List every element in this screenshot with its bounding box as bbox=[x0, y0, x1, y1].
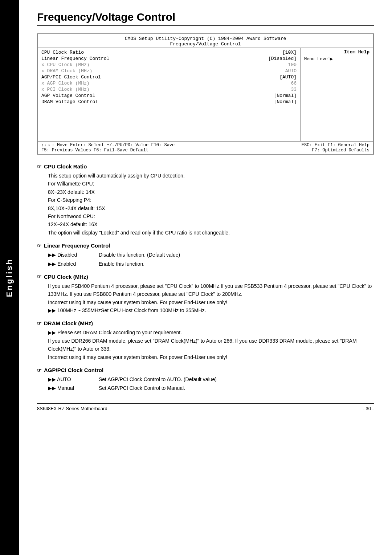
page-footer: 8S648FX-RZ Series Motherboard - 30 - bbox=[37, 403, 374, 411]
footer-left: 8S648FX-RZ Series Motherboard bbox=[37, 406, 107, 411]
bios-body: CPU Clock Ratio[10X]Linear Frequency Con… bbox=[38, 48, 373, 141]
section-body-linear-frequency-control: ▶▶ DisabledDisable this function. (Defau… bbox=[37, 251, 374, 268]
bios-menu-level: Menu Level▶ bbox=[304, 56, 369, 62]
bios-row: x PCI Clock (MHz)33 bbox=[41, 86, 297, 93]
option-key: ▶▶ 100MHz ~ 355MHz bbox=[48, 306, 101, 314]
section-linear-frequency-control: ☞Linear Frequency Control▶▶ DisabledDisa… bbox=[37, 242, 374, 268]
section-title-cpu-clock-mhz: ☞CPU Clock (MHz) bbox=[37, 274, 374, 280]
section-icon-cpu-clock-mhz: ☞ bbox=[37, 274, 42, 279]
bios-row-label: x DRAM Clock (MHz) bbox=[41, 68, 92, 74]
option-key: ▶▶ Enabled bbox=[48, 260, 99, 268]
bios-row-label: Linear Frequency Control bbox=[41, 56, 109, 61]
bios-footer: ↑↓→←: Move Enter: Select +/-/PU/PD: Valu… bbox=[38, 141, 373, 154]
option-desc: Enable this function. bbox=[99, 260, 374, 268]
bios-row-value: [Disabled] bbox=[268, 56, 297, 61]
sidebar-label: English bbox=[5, 258, 14, 297]
bios-header-line2: Frequency/Voltage Control bbox=[38, 41, 373, 47]
section-title-linear-frequency-control: ☞Linear Frequency Control bbox=[37, 242, 374, 249]
bios-row-label: AGP Voltage Control bbox=[41, 93, 95, 98]
bios-screen: CMOS Setup Utility-Copyright (C) 1984-20… bbox=[37, 33, 374, 155]
option-row: ▶▶ EnabledEnable this function. bbox=[48, 260, 374, 268]
footer-right: - 30 - bbox=[363, 406, 374, 411]
bios-row: DRAM Voltage Control[Normal] bbox=[41, 99, 297, 105]
section-title-agp-pci-clock-control: ☞AGP/PCI Clock Control bbox=[37, 367, 374, 373]
section-para: The option will display "Locked" and rea… bbox=[48, 229, 374, 237]
section-body-cpu-clock-ratio: This setup option will automatically ass… bbox=[37, 172, 374, 237]
section-cpu-clock-ratio: ☞CPU Clock RatioThis setup option will a… bbox=[37, 163, 374, 237]
bios-left: CPU Clock Ratio[10X]Linear Frequency Con… bbox=[38, 48, 301, 141]
section-para: 8X,10X~24X default: 15X bbox=[48, 204, 374, 212]
section-title-text-cpu-clock-mhz: CPU Clock (MHz) bbox=[44, 274, 88, 280]
section-body-dram-clock-mhz: ▶▶ Please set DRAM Clock according to yo… bbox=[37, 328, 374, 361]
main-content: Frequency/Voltage Control CMOS Setup Uti… bbox=[19, 0, 392, 426]
section-dram-clock-mhz: ☞DRAM Clock (MHz)▶▶ Please set DRAM Cloc… bbox=[37, 320, 374, 361]
bios-item-help-label: Item Help bbox=[304, 49, 369, 55]
bios-row: AGP/PCI Clock Control[AUTO] bbox=[41, 74, 297, 80]
bios-row: Linear Frequency Control[Disabled] bbox=[41, 56, 297, 62]
bios-row: x AGP Clock (MHz)66 bbox=[41, 80, 297, 86]
section-agp-pci-clock-control: ☞AGP/PCI Clock Control▶▶ AUTOSet AGP/PCI… bbox=[37, 367, 374, 392]
section-icon-linear-frequency-control: ☞ bbox=[37, 243, 42, 249]
bios-row-value: [Normal] bbox=[274, 99, 297, 105]
section-para: This setup option will automatically ass… bbox=[48, 172, 374, 180]
bios-row-label: CPU Clock Ratio bbox=[41, 50, 84, 55]
sections-container: ☞CPU Clock RatioThis setup option will a… bbox=[37, 163, 374, 392]
section-icon-cpu-clock-ratio: ☞ bbox=[37, 164, 42, 170]
option-row: ▶▶ AUTOSet AGP/PCI Clock Control to AUTO… bbox=[48, 375, 374, 383]
bios-header-line1: CMOS Setup Utility-Copyright (C) 1984-20… bbox=[38, 36, 373, 41]
bios-footer-line1: ↑↓→←: Move Enter: Select +/-/PU/PD: Valu… bbox=[41, 143, 369, 148]
bios-row-value: 66 bbox=[291, 81, 297, 86]
option-desc: Disable this function. (Default value) bbox=[99, 251, 374, 259]
section-title-text-cpu-clock-ratio: CPU Clock Ratio bbox=[44, 163, 87, 170]
bios-footer-line1-right: ESC: Exit F1: General Help bbox=[302, 143, 369, 148]
section-body-cpu-clock-mhz: If you use FSB400 Pentium 4 processor, p… bbox=[37, 282, 374, 315]
bios-footer-line1-left: ↑↓→←: Move Enter: Select +/-/PU/PD: Valu… bbox=[41, 143, 175, 148]
option-desc: Set AGP/PCI Clock Control to Manual. bbox=[99, 384, 374, 392]
section-cpu-clock-mhz: ☞CPU Clock (MHz)If you use FSB400 Pentiu… bbox=[37, 274, 374, 315]
bios-row-value: 33 bbox=[291, 87, 297, 92]
bios-row: AGP Voltage Control[Normal] bbox=[41, 93, 297, 99]
section-para: For Northwood CPU: bbox=[48, 212, 374, 220]
section-title-text-agp-pci-clock-control: AGP/PCI Clock Control bbox=[44, 367, 103, 373]
option-desc: Set CPU Host Clock from 100MHz to 355MHz… bbox=[101, 306, 374, 314]
bios-footer-line2: F5: Previous Values F6: Fail-Save Defaul… bbox=[41, 148, 369, 153]
page-title: Frequency/Voltage Control bbox=[37, 11, 374, 26]
option-key: ▶▶ Manual bbox=[48, 384, 99, 392]
bios-row-value: [AUTO] bbox=[279, 74, 297, 80]
bios-row: CPU Clock Ratio[10X] bbox=[41, 49, 297, 56]
section-para: 8X~23X default: 14X bbox=[48, 188, 374, 196]
section-para: For C-Stepping P4: bbox=[48, 196, 374, 204]
bios-row-value: AUTO bbox=[285, 68, 297, 74]
section-icon-dram-clock-mhz: ☞ bbox=[37, 321, 42, 326]
section-title-text-dram-clock-mhz: DRAM Clock (MHz) bbox=[44, 320, 93, 326]
bios-row-label: x CPU Clock (MHz) bbox=[41, 62, 90, 68]
bios-row: x DRAM Clock (MHz)AUTO bbox=[41, 68, 297, 74]
bios-right: Item Help Menu Level▶ bbox=[301, 48, 373, 141]
option-row: ▶▶ ManualSet AGP/PCI Clock Control to Ma… bbox=[48, 384, 374, 392]
bios-footer-line2-right: F7: Optimized Defaults bbox=[312, 148, 369, 153]
section-para: Incorrect using it may cause your system… bbox=[48, 353, 374, 361]
bios-row-label: DRAM Voltage Control bbox=[41, 99, 98, 105]
bios-row-label: x PCI Clock (MHz) bbox=[41, 87, 90, 92]
option-key: ▶▶ AUTO bbox=[48, 375, 99, 383]
bios-row-value: [Normal] bbox=[274, 93, 297, 98]
bios-row-value: 100 bbox=[288, 62, 297, 68]
option-key: ▶▶ Disabled bbox=[48, 251, 99, 259]
section-body-agp-pci-clock-control: ▶▶ AUTOSet AGP/PCI Clock Control to AUTO… bbox=[37, 375, 374, 392]
section-title-dram-clock-mhz: ☞DRAM Clock (MHz) bbox=[37, 320, 374, 326]
section-title-text-linear-frequency-control: Linear Frequency Control bbox=[44, 242, 110, 249]
option-row: ▶▶ DisabledDisable this function. (Defau… bbox=[48, 251, 374, 259]
section-para: If you use FSB400 Pentium 4 processor, p… bbox=[48, 282, 374, 298]
sidebar: English bbox=[0, 0, 19, 555]
option-row: ▶▶ 100MHz ~ 355MHzSet CPU Host Clock fro… bbox=[48, 306, 374, 314]
option-desc: Set AGP/PCI Clock Control to AUTO. (Defa… bbox=[99, 375, 374, 383]
section-title-cpu-clock-ratio: ☞CPU Clock Ratio bbox=[37, 163, 374, 170]
section-icon-agp-pci-clock-control: ☞ bbox=[37, 367, 42, 373]
bios-row-value: [10X] bbox=[282, 50, 297, 55]
bios-row: x CPU Clock (MHz)100 bbox=[41, 62, 297, 68]
section-para: Incorrect using it may cause your system… bbox=[48, 298, 374, 306]
bios-row-label: AGP/PCI Clock Control bbox=[41, 74, 101, 80]
bios-row-label: x AGP Clock (MHz) bbox=[41, 81, 90, 86]
section-option: ▶▶ Please set DRAM Clock according to yo… bbox=[48, 328, 374, 336]
bios-footer-line2-left: F5: Previous Values F6: Fail-Save Defaul… bbox=[41, 148, 148, 153]
